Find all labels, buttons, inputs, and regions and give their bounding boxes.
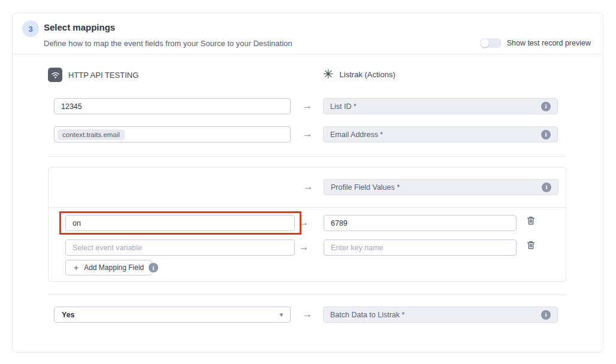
source-name: HTTP API TESTING <box>68 71 138 80</box>
batch-dest-field: Batch Data to Listrak * i <box>323 307 558 323</box>
delete-mapping-button[interactable] <box>527 241 535 250</box>
arrow-right-icon: → <box>299 100 316 112</box>
mapping-variable-input[interactable] <box>65 239 295 256</box>
step-number-badge: 3 <box>22 20 39 37</box>
source-wifi-icon <box>48 68 62 82</box>
select-value: Yes <box>62 311 280 319</box>
arrow-right-icon: → <box>299 128 316 140</box>
info-icon[interactable]: i <box>541 310 551 320</box>
destination-header: ✳ Listrak (Actions) <box>323 68 395 81</box>
event-variable-chip[interactable]: context.traits.email <box>58 129 125 140</box>
group-inner-divider <box>49 207 566 208</box>
add-mapping-field-label: Add Mapping Field <box>84 263 144 272</box>
chevron-down-icon: ▾ <box>280 311 283 318</box>
profile-field-values-group: → Profile Field Values * i → → <box>48 167 566 282</box>
arrow-right-icon: → <box>300 181 316 193</box>
page-title: Select mappings <box>44 22 115 32</box>
info-icon[interactable]: i <box>541 130 551 139</box>
add-mapping-field-button[interactable]: + Add Mapping Field <box>65 260 152 275</box>
info-icon[interactable]: i <box>542 183 551 192</box>
mapping-variable-input[interactable] <box>65 215 295 231</box>
trash-icon <box>527 216 535 225</box>
arrow-right-icon: → <box>299 308 316 320</box>
dest-field-label: Profile Field Values * <box>331 183 542 192</box>
email-dest-field: Email Address * i <box>323 126 558 142</box>
arrow-right-icon: → <box>295 241 312 253</box>
select-mappings-card: 3 Select mappings Define how to map the … <box>12 13 603 353</box>
mapping-key-input[interactable] <box>324 239 517 256</box>
toggle-label: Show test record preview <box>507 39 591 47</box>
plus-icon: + <box>74 263 78 272</box>
source-header: HTTP API TESTING <box>48 68 138 82</box>
arrow-right-icon: → <box>295 217 312 229</box>
header-divider <box>13 54 603 54</box>
delete-mapping-button[interactable] <box>527 216 535 225</box>
trash-icon <box>527 241 535 250</box>
email-source-input[interactable]: context.traits.email <box>54 126 291 142</box>
page-subtitle: Define how to map the event fields from … <box>44 39 292 48</box>
info-icon[interactable]: i <box>541 102 551 111</box>
mapping-key-input[interactable] <box>324 215 517 231</box>
section-divider <box>48 294 566 295</box>
dest-field-label: List ID * <box>330 102 541 111</box>
list-id-dest-field: List ID * i <box>323 98 558 114</box>
section-divider <box>48 156 566 157</box>
toggle-knob <box>481 39 489 47</box>
destination-name: Listrak (Actions) <box>340 70 395 79</box>
info-icon[interactable]: i <box>149 263 158 272</box>
show-test-record-preview-toggle[interactable] <box>480 38 502 48</box>
profile-field-values-dest-field: Profile Field Values * i <box>324 179 558 195</box>
test-record-preview-toggle-group: Show test record preview <box>480 38 591 48</box>
batch-data-select[interactable]: Yes ▾ <box>54 307 291 323</box>
listrak-logo-icon: ✳ <box>323 68 334 81</box>
list-id-source-input[interactable] <box>54 98 291 114</box>
dest-field-label: Email Address * <box>330 131 541 139</box>
dest-field-label: Batch Data to Listrak * <box>330 311 541 319</box>
